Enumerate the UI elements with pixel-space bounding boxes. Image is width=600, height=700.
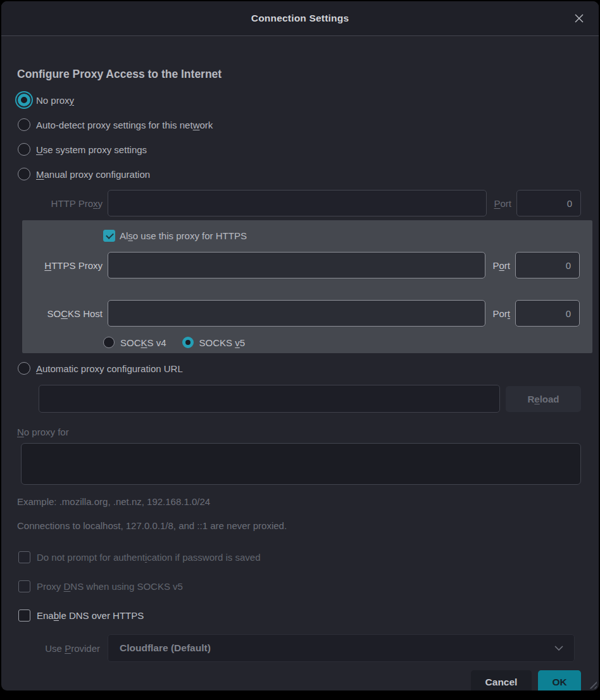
radio-manual-proxy-label: Manual proxy configuration (36, 169, 150, 180)
proxy-dns-socks5-label: Proxy DNS when using SOCKS v5 (37, 581, 183, 592)
use-provider-label: Use Provider (16, 643, 100, 654)
https-port-input[interactable] (515, 252, 580, 278)
chevron-down-icon (554, 645, 564, 651)
http-proxy-label: HTTP Proxy (16, 198, 103, 209)
no-proxy-for-label: No proxy for (17, 427, 581, 437)
radio-socks-v4-label: SOCKS v4 (120, 337, 166, 348)
radio-button-icon[interactable] (18, 118, 30, 131)
radio-button-icon[interactable] (18, 362, 30, 375)
no-proxy-example-text: Example: .mozilla.org, .net.nz, 192.168.… (17, 496, 581, 508)
radio-button-icon[interactable] (18, 168, 30, 180)
dialog-title: Connection Settings (251, 13, 349, 24)
checkbox-proxy-dns-socks5[interactable]: Proxy DNS when using SOCKS v5 (18, 579, 581, 593)
never-proxied-note: Connections to localhost, 127.0.0.1/8, a… (17, 520, 581, 532)
http-port-label: Port (492, 198, 511, 209)
page-title: Configure Proxy Access to the Internet (17, 68, 581, 81)
radio-socks-v5-label: SOCKS v5 (199, 337, 246, 348)
auto-url-row: Reload (39, 385, 581, 413)
dialog-content: Configure Proxy Access to the Internet N… (1, 68, 599, 691)
radio-auto-url-label: Automatic proxy configuration URL (36, 363, 183, 374)
radio-auto-url[interactable]: Automatic proxy configuration URL (18, 359, 581, 377)
radio-system-proxy-label: Use system proxy settings (36, 144, 147, 155)
https-proxy-label: HTTPS Proxy (22, 260, 103, 271)
close-button[interactable] (571, 10, 587, 27)
socks-port-input[interactable] (515, 300, 580, 327)
socks-host-input[interactable] (108, 300, 485, 327)
http-port-input[interactable] (516, 190, 581, 216)
socks-port-label: Port (491, 308, 510, 319)
radio-socks-v5[interactable] (182, 337, 194, 348)
https-port-label: Port (491, 260, 510, 271)
socks-host-label: SOCKS Host (22, 308, 103, 319)
radio-button-icon[interactable] (18, 143, 30, 156)
auto-url-input[interactable] (39, 385, 500, 413)
doh-provider-row: Use Provider Cloudflare (Default) (16, 634, 581, 662)
no-proxy-for-textarea[interactable] (21, 443, 581, 485)
checkbox-icon[interactable] (18, 580, 30, 592)
https-proxy-input[interactable] (108, 252, 485, 278)
reload-button[interactable]: Reload (506, 386, 581, 412)
dialog-footer: Cancel OK (16, 670, 581, 691)
cancel-button[interactable]: Cancel (471, 670, 532, 691)
enable-doh-label: Enable DNS over HTTPS (37, 610, 144, 621)
checkbox-icon[interactable] (103, 230, 115, 242)
connection-settings-dialog: Connection Settings Configure Proxy Acce… (1, 1, 599, 691)
doh-provider-dropdown[interactable]: Cloudflare (Default) (108, 634, 575, 662)
radio-system-proxy[interactable]: Use system proxy settings (18, 141, 581, 158)
checkbox-icon[interactable] (18, 551, 30, 563)
also-https-label: Also use this proxy for HTTPS (120, 230, 247, 241)
radio-button-icon[interactable] (18, 94, 30, 106)
radio-no-proxy-label: No proxy (36, 95, 74, 106)
doh-provider-value: Cloudflare (Default) (120, 642, 211, 654)
also-https-checkbox-row[interactable]: Also use this proxy for HTTPS (103, 228, 580, 243)
close-icon (573, 13, 585, 24)
checkbox-enable-doh[interactable]: Enable DNS over HTTPS (18, 608, 581, 622)
checkbox-no-prompt-auth[interactable]: Do not prompt for authentication if pass… (18, 550, 581, 564)
http-proxy-row: HTTP Proxy Port (16, 190, 581, 216)
http-proxy-input[interactable] (108, 190, 487, 216)
socks-host-row: SOCKS Host Port (22, 300, 580, 327)
radio-auto-detect[interactable]: Auto-detect proxy settings for this netw… (18, 116, 581, 134)
https-proxy-row: HTTPS Proxy Port (22, 252, 580, 278)
titlebar: Connection Settings (1, 1, 599, 36)
radio-socks-v4[interactable] (103, 337, 115, 348)
radio-no-proxy[interactable]: No proxy (18, 91, 581, 109)
radio-auto-detect-label: Auto-detect proxy settings for this netw… (36, 120, 213, 130)
manual-proxy-section: Also use this proxy for HTTPS HTTPS Prox… (22, 220, 592, 353)
socks-version-row: SOCKS v4 SOCKS v5 (103, 335, 580, 349)
radio-manual-proxy[interactable]: Manual proxy configuration (18, 165, 581, 183)
checkbox-icon[interactable] (18, 609, 30, 622)
ok-button[interactable]: OK (538, 670, 581, 691)
no-prompt-auth-label: Do not prompt for authentication if pass… (37, 552, 261, 563)
